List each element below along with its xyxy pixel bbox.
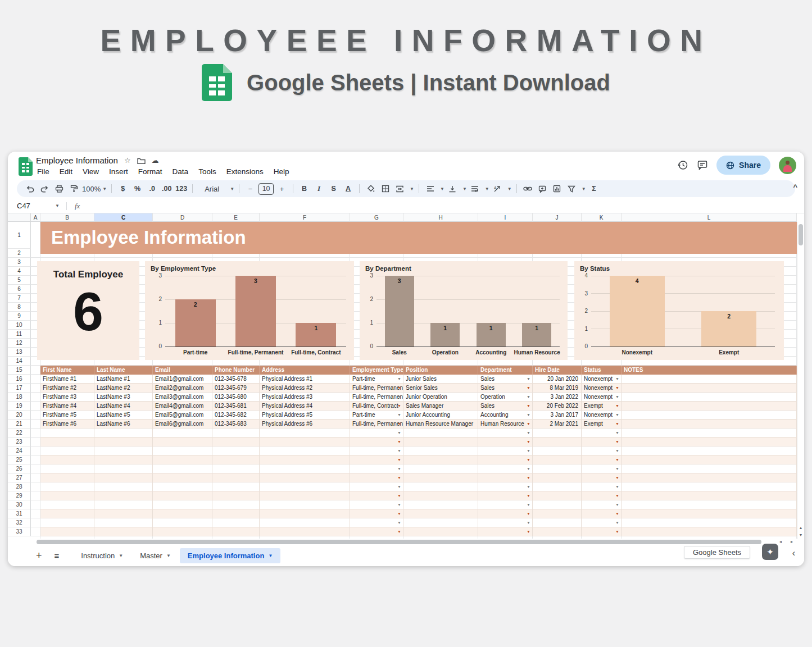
row-header-16[interactable]: 16 <box>8 375 31 384</box>
cell-address[interactable] <box>260 446 350 455</box>
cell-phone-number[interactable] <box>212 446 260 455</box>
cell-hire-date[interactable]: 3 Jan 2022 <box>533 393 582 401</box>
google-sheets-badge[interactable]: Google Sheets <box>684 546 750 559</box>
cell-department[interactable]: ▼ <box>478 509 533 518</box>
cell-hire-date[interactable] <box>533 500 582 509</box>
cell-notes[interactable] <box>622 455 797 464</box>
horizontal-scrollbar[interactable] <box>31 539 770 545</box>
table-column-header-address[interactable]: Address <box>260 366 350 375</box>
cell-hire-date[interactable]: 20 Feb 2022 <box>533 402 582 410</box>
chart-by-employment-type[interactable]: By Employment Type 01232Part-time3Full-t… <box>145 261 354 360</box>
cell-email[interactable] <box>153 455 212 464</box>
cell-employement-type[interactable]: ▼ <box>350 438 403 446</box>
row-header-26[interactable]: 26 <box>8 464 31 473</box>
cell-position[interactable] <box>403 518 478 527</box>
cell-employement-type[interactable]: Full-time, Permanent▼ <box>350 420 403 428</box>
row-header-13[interactable]: 13 <box>8 348 31 357</box>
cell-first-name[interactable]: FirstName #3 <box>40 393 94 401</box>
cell-email[interactable] <box>153 446 212 455</box>
select-all-corner[interactable] <box>8 213 31 222</box>
menu-format[interactable]: Format <box>133 166 167 177</box>
cell-department[interactable]: ▼ <box>478 491 533 500</box>
table-column-header-email[interactable]: Email <box>153 366 212 375</box>
name-box[interactable]: C47 ▼ <box>17 202 60 210</box>
row-header-17[interactable]: 17 <box>8 384 31 393</box>
cell-last-name[interactable] <box>94 446 153 455</box>
cell-last-name[interactable] <box>94 482 153 491</box>
cell-department[interactable]: ▼ <box>478 500 533 509</box>
total-employee-card[interactable]: Total Employee 6 <box>37 261 139 360</box>
scroll-down-icon[interactable]: ▼ <box>797 531 804 539</box>
cell-last-name[interactable]: LastName #2 <box>94 384 153 392</box>
scrollbar-thumb[interactable] <box>799 224 803 245</box>
cell-phone-number[interactable]: 012-345-683 <box>212 420 260 428</box>
cell-employement-type[interactable]: Part-time▼ <box>350 411 403 419</box>
cell-first-name[interactable] <box>40 446 94 455</box>
cell-last-name[interactable] <box>94 509 153 518</box>
column-header-H[interactable]: H <box>403 213 478 222</box>
cell-department[interactable]: ▼ <box>478 473 533 482</box>
cell-email[interactable]: Email5@gmail.com <box>153 411 212 419</box>
row-header-22[interactable]: 22 <box>8 429 31 438</box>
dropdown-arrow-icon[interactable]: ▼ <box>615 458 619 462</box>
cell-last-name[interactable] <box>94 455 153 464</box>
cell-address[interactable] <box>260 491 350 500</box>
dropdown-arrow-icon[interactable]: ▼ <box>397 395 401 399</box>
cell-position[interactable] <box>403 491 478 500</box>
dropdown-arrow-icon[interactable]: ▼ <box>397 458 401 462</box>
cell-hire-date[interactable]: 20 Jan 2020 <box>533 375 582 383</box>
italic-icon[interactable]: I <box>312 182 325 195</box>
cell-notes[interactable] <box>622 429 797 437</box>
dropdown-arrow-icon[interactable]: ▼ <box>397 503 401 507</box>
cell-first-name[interactable] <box>40 438 94 446</box>
cell-hire-date[interactable] <box>533 464 582 473</box>
strikethrough-icon[interactable]: S <box>327 182 340 195</box>
share-button[interactable]: Share <box>716 156 770 175</box>
dropdown-arrow-icon[interactable]: ▼ <box>527 449 530 453</box>
dropdown-arrow-icon[interactable]: ▼ <box>397 422 401 426</box>
dropdown-arrow-icon[interactable]: ▼ <box>527 413 530 417</box>
chevron-down-icon[interactable]: ▼ <box>166 553 171 558</box>
menu-help[interactable]: Help <box>269 166 294 177</box>
cell-notes[interactable] <box>622 500 797 509</box>
cell-position[interactable] <box>403 455 478 464</box>
cell-position[interactable]: Human Resource Manager <box>403 420 478 428</box>
cell-first-name[interactable] <box>40 527 94 536</box>
table-column-header-position[interactable]: Position <box>403 366 478 375</box>
cell-first-name[interactable]: FirstName #4 <box>40 402 94 410</box>
cell-phone-number[interactable] <box>212 482 260 491</box>
cell-hire-date[interactable] <box>533 491 582 500</box>
cell-phone-number[interactable] <box>212 429 260 437</box>
redo-icon[interactable] <box>38 182 51 195</box>
row-header-9[interactable]: 9 <box>8 312 31 321</box>
cell-notes[interactable] <box>622 482 797 491</box>
cells-grid[interactable]: Employee Information Total Employee 6 By… <box>31 222 797 539</box>
cell-employement-type[interactable]: ▼ <box>350 473 403 482</box>
row-header-7[interactable]: 7 <box>8 294 31 303</box>
cell-email[interactable] <box>153 527 212 536</box>
cell-notes[interactable] <box>622 375 797 383</box>
cell-hire-date[interactable] <box>533 527 582 536</box>
dropdown-arrow-icon[interactable]: ▼ <box>527 512 530 516</box>
chart-by-department[interactable]: By Department 01233Sales1Operation1Accou… <box>360 261 568 360</box>
menu-edit[interactable]: Edit <box>55 166 78 177</box>
cell-status[interactable]: ▼ <box>582 455 622 464</box>
cell-first-name[interactable]: FirstName #2 <box>40 384 94 392</box>
cell-phone-number[interactable]: 012-345-682 <box>212 411 260 419</box>
cell-notes[interactable] <box>622 473 797 482</box>
column-header-F[interactable]: F <box>260 213 350 222</box>
format-currency-icon[interactable]: $ <box>116 182 129 195</box>
table-column-header-department[interactable]: Department <box>478 366 533 375</box>
cell-position[interactable] <box>403 446 478 455</box>
paint-format-icon[interactable] <box>67 182 80 195</box>
dropdown-arrow-icon[interactable]: ▼ <box>527 440 530 444</box>
cell-email[interactable]: Email1@gmail.com <box>153 375 212 383</box>
cell-department[interactable]: Sales▼ <box>478 384 533 392</box>
dropdown-arrow-icon[interactable]: ▼ <box>527 476 530 480</box>
star-icon[interactable]: ☆ <box>124 156 131 165</box>
row-header-5[interactable]: 5 <box>8 276 31 285</box>
cell-last-name[interactable] <box>94 527 153 536</box>
dropdown-arrow-icon[interactable]: ▼ <box>527 467 530 471</box>
cell-position[interactable]: Junior Sales <box>403 375 478 383</box>
cell-email[interactable] <box>153 491 212 500</box>
